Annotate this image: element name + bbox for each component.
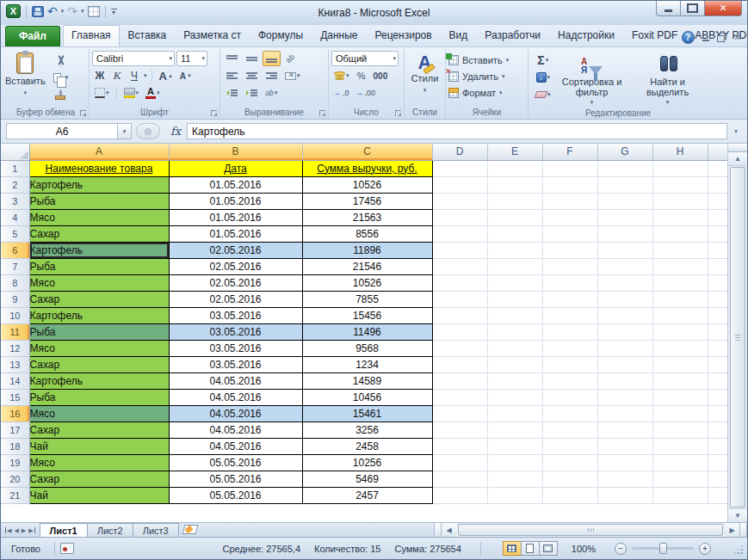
row-header-11[interactable]: 11 — [1, 323, 29, 340]
cell-E21[interactable] — [487, 487, 542, 503]
format-cells-button[interactable]: Формат — [448, 84, 503, 101]
copy-button[interactable] — [51, 70, 71, 85]
scroll-down-icon[interactable]: ▼ — [728, 508, 747, 522]
cell-B10[interactable]: 03.05.2016 — [169, 307, 302, 323]
column-header-B[interactable]: B — [169, 144, 302, 160]
align-center-button[interactable] — [243, 68, 261, 83]
delete-cells-button[interactable]: Удалить — [448, 68, 505, 84]
currency-button[interactable] — [331, 68, 352, 83]
cell-B15[interactable]: 04.05.2016 — [169, 389, 302, 405]
comma-style-button[interactable]: 000 — [371, 68, 391, 83]
cell-C1[interactable]: Сумма выручки, руб. — [302, 160, 432, 176]
cell-B12[interactable]: 03.05.2016 — [169, 340, 302, 356]
cell-B14[interactable]: 04.05.2016 — [169, 372, 302, 389]
cell-G5[interactable] — [597, 225, 652, 242]
cell-B18[interactable]: 04.05.2016 — [169, 438, 302, 454]
increase-indent-button[interactable] — [243, 85, 261, 101]
cell-E7[interactable] — [487, 258, 542, 274]
cell-E1[interactable] — [487, 160, 542, 176]
cell-D8[interactable] — [432, 274, 487, 291]
shrink-font-button[interactable]: A — [180, 71, 186, 81]
last-sheet-icon[interactable]: ▶ — [28, 527, 34, 533]
autosum-button[interactable]: Σ — [533, 52, 553, 68]
row-header-8[interactable]: 8 — [1, 274, 29, 291]
cell-A17[interactable]: Сахар — [29, 422, 169, 438]
sort-filter-dropdown-icon[interactable] — [590, 97, 594, 108]
cell-C6[interactable]: 11896 — [302, 242, 432, 258]
percent-button[interactable]: % — [354, 68, 369, 83]
minimize-button[interactable] — [656, 1, 681, 16]
cell-F9[interactable] — [542, 291, 597, 307]
cell-H15[interactable] — [652, 389, 708, 405]
cell-H17[interactable] — [652, 422, 708, 438]
vertical-scroll-thumb[interactable] — [730, 167, 745, 508]
vertical-scrollbar[interactable]: ▲ ▼ — [727, 144, 747, 522]
cell-B16[interactable]: 04.05.2016 — [169, 405, 302, 422]
align-middle-button[interactable] — [243, 51, 261, 66]
find-select-dropdown-icon[interactable] — [666, 97, 670, 108]
row-header-18[interactable]: 18 — [1, 438, 29, 454]
zoom-level[interactable]: 100% — [572, 544, 596, 554]
cell-D5[interactable] — [432, 225, 487, 242]
cell-C15[interactable]: 10456 — [302, 389, 432, 405]
column-header-A[interactable]: A — [29, 144, 169, 160]
paste-button[interactable]: Вставить — [5, 50, 46, 98]
cell-E17[interactable] — [487, 422, 542, 438]
fill-button[interactable] — [533, 70, 553, 85]
cell-A14[interactable]: Картофель — [29, 372, 169, 389]
font-size-dropdown-icon[interactable] — [201, 55, 205, 62]
cell-F11[interactable] — [542, 323, 597, 340]
styles-button[interactable]: A Стили — [411, 50, 439, 95]
cell-C14[interactable]: 14589 — [302, 372, 432, 389]
cell-D21[interactable] — [432, 487, 487, 503]
merge-center-button[interactable] — [282, 68, 303, 83]
sort-filter-button[interactable]: АЯ Сортировка и фильтр — [553, 50, 631, 108]
orientation-button[interactable]: ab — [282, 51, 298, 66]
cell-A8[interactable]: Мясо — [29, 274, 169, 291]
align-right-button[interactable] — [263, 68, 281, 83]
cell-A19[interactable]: Мясо — [29, 454, 169, 471]
tab-review[interactable]: Рецензиров — [366, 25, 440, 46]
sheet-tab-1[interactable]: Лист1 — [40, 523, 88, 537]
cell-G21[interactable] — [597, 487, 652, 503]
decrease-decimal-button[interactable]: →,00 — [354, 85, 379, 101]
cell-D10[interactable] — [432, 307, 487, 323]
font-name-dropdown-icon[interactable] — [169, 55, 172, 62]
cell-F16[interactable] — [542, 405, 597, 422]
row-header-20[interactable]: 20 — [1, 471, 29, 487]
cell-H6[interactable] — [652, 242, 708, 258]
cell-H3[interactable] — [652, 193, 708, 209]
cell-C17[interactable]: 3256 — [302, 422, 432, 438]
cell-H13[interactable] — [652, 356, 708, 372]
sheet-tab-3[interactable]: Лист3 — [133, 523, 179, 537]
formula-input[interactable]: Картофель — [187, 123, 727, 139]
collapse-ribbon-icon[interactable]: ⌃ — [667, 34, 674, 42]
cell-C2[interactable]: 10526 — [302, 176, 432, 193]
clear-dropdown-icon[interactable] — [547, 91, 551, 98]
cell-F19[interactable] — [542, 454, 597, 471]
cell-D9[interactable] — [432, 291, 487, 307]
cell-F6[interactable] — [542, 242, 597, 258]
cell-E18[interactable] — [487, 438, 542, 454]
cell-H16[interactable] — [652, 405, 708, 422]
fill-color-dropdown-icon[interactable] — [136, 89, 139, 96]
cell-B17[interactable]: 04.05.2016 — [169, 422, 302, 438]
clear-button[interactable] — [533, 87, 553, 102]
align-bottom-button[interactable] — [263, 51, 281, 66]
cell-F20[interactable] — [542, 471, 597, 487]
font-color-button[interactable]: А — [143, 85, 163, 101]
cell-A5[interactable]: Сахар — [29, 225, 169, 242]
number-format-dropdown-icon[interactable] — [393, 55, 396, 62]
row-header-10[interactable]: 10 — [1, 307, 29, 323]
horizontal-split-handle[interactable] — [739, 523, 747, 537]
row-header-3[interactable]: 3 — [1, 193, 29, 209]
cell-D19[interactable] — [432, 454, 487, 471]
row-header-21[interactable]: 21 — [1, 487, 29, 503]
cell-D2[interactable] — [432, 176, 487, 193]
tab-page-layout[interactable]: Разметка ст — [175, 25, 250, 46]
cell-A2[interactable]: Картофель — [29, 176, 169, 193]
cell-E11[interactable] — [487, 323, 542, 340]
cell-H21[interactable] — [652, 487, 708, 503]
cell-B4[interactable]: 01.05.2016 — [169, 209, 302, 225]
paste-dropdown-icon[interactable] — [24, 87, 28, 98]
